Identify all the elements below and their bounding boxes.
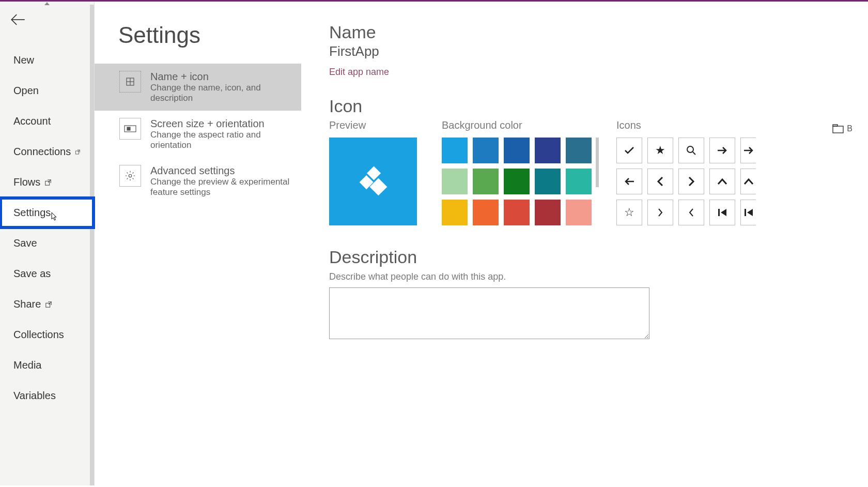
icon-option-star-outline[interactable]: ☆	[616, 200, 642, 225]
settings-item-name-icon[interactable]: Name + iconChange the name, icon, and de…	[95, 64, 301, 111]
color-swatch-12[interactable]	[504, 200, 530, 225]
bgcolor-label: Background color	[442, 119, 592, 131]
settings-item-title: Advanced settings	[150, 165, 290, 177]
color-swatch-0[interactable]	[442, 138, 468, 163]
nav-item-open[interactable]: Open	[0, 75, 94, 106]
mouse-cursor	[51, 212, 58, 221]
nav-item-settings[interactable]: Settings	[0, 197, 94, 228]
sidebar-scroll-up[interactable]	[0, 2, 94, 6]
color-swatch-10[interactable]	[442, 200, 468, 225]
icons-block: Icons B ★☆	[616, 119, 868, 225]
icon-option-skip-back[interactable]	[709, 200, 735, 225]
back-button[interactable]	[0, 6, 94, 31]
svg-rect-11	[127, 127, 130, 130]
nav-item-new[interactable]: New	[0, 45, 94, 75]
color-scrollbar[interactable]	[596, 138, 599, 187]
settings-item-screen-size-orientation[interactable]: Screen size + orientationChange the aspe…	[95, 111, 301, 158]
external-link-icon	[45, 301, 52, 308]
edit-app-name-link[interactable]: Edit app name	[329, 67, 389, 78]
settings-item-title: Name + icon	[150, 71, 290, 83]
nav-item-label: Open	[13, 85, 39, 97]
folder-icon	[832, 124, 844, 133]
icon-option-angle-left[interactable]	[678, 200, 704, 225]
preview-block: Preview	[329, 119, 417, 225]
nav-item-connections[interactable]: Connections	[0, 136, 94, 167]
icon-heading: Icon	[329, 96, 868, 116]
icon-option-chevron-up[interactable]	[709, 169, 735, 194]
app-name-value: FirstApp	[329, 43, 868, 59]
nav-item-collections[interactable]: Collections	[0, 319, 94, 350]
svg-marker-24	[721, 209, 726, 216]
svg-marker-26	[747, 209, 753, 216]
color-swatch-2[interactable]	[504, 138, 530, 163]
settings-title: Settings	[118, 22, 301, 48]
icon-option-arrow-right[interactable]	[709, 138, 735, 163]
svg-rect-17	[833, 125, 838, 126]
icon-option-chevron-up-cut[interactable]	[740, 169, 756, 194]
description-hint: Describe what people can do with this ap…	[329, 271, 868, 282]
nav-item-label: Collections	[13, 329, 64, 341]
nav-item-label: Save	[13, 237, 37, 249]
nav-item-account[interactable]: Account	[0, 106, 94, 136]
nav-item-flows[interactable]: Flows	[0, 167, 94, 197]
nav-item-save[interactable]: Save	[0, 228, 94, 258]
nav-item-label: Account	[13, 115, 51, 127]
preview-label: Preview	[329, 119, 417, 131]
settings-item-advanced-settings[interactable]: Advanced settingsChange the preview & ex…	[95, 158, 301, 205]
bgcolor-block: Background color	[442, 119, 592, 225]
color-swatch-1[interactable]	[473, 138, 499, 163]
settings-item-title: Screen size + orientation	[150, 118, 290, 130]
nav-item-label: Media	[13, 359, 41, 371]
icon-option-chevron-right[interactable]	[678, 169, 704, 194]
nav-item-label: Save as	[13, 268, 51, 280]
settings-item-desc: Change the aspect ratio and orientation	[150, 130, 290, 150]
nav-item-label: New	[13, 54, 34, 66]
color-swatch-9[interactable]	[566, 169, 592, 194]
icon-option-star-filled[interactable]: ★	[647, 138, 673, 163]
external-link-icon	[75, 148, 81, 156]
settings-item-icon	[119, 71, 141, 93]
color-swatch-8[interactable]	[535, 169, 561, 194]
app-icon-glyph	[352, 161, 394, 202]
settings-item-icon	[119, 118, 141, 140]
color-swatch-4[interactable]	[566, 138, 592, 163]
svg-rect-25	[745, 209, 746, 216]
nav-item-save-as[interactable]: Save as	[0, 258, 94, 289]
icon-option-check[interactable]	[616, 138, 642, 163]
svg-rect-15	[369, 178, 387, 195]
name-heading: Name	[329, 22, 868, 42]
settings-item-icon	[119, 165, 141, 187]
file-menu-sidebar: NewOpenAccountConnectionsFlowsSettingsSa…	[0, 2, 95, 485]
color-swatch-5[interactable]	[442, 169, 468, 194]
nav-item-label: Connections	[13, 146, 71, 158]
svg-point-18	[687, 146, 693, 153]
settings-detail-panel: Name FirstApp Edit app name Icon Preview	[301, 2, 868, 485]
browse-icon-button[interactable]: B	[832, 124, 853, 133]
description-textarea[interactable]	[329, 287, 649, 339]
svg-point-12	[129, 174, 132, 177]
color-swatch-13[interactable]	[535, 200, 561, 225]
svg-rect-16	[833, 126, 843, 133]
icon-preview-tile	[329, 138, 417, 225]
settings-item-desc: Change the name, icon, and description	[150, 83, 290, 103]
color-swatch-14[interactable]	[566, 200, 592, 225]
color-swatch-6[interactable]	[473, 169, 499, 194]
nav-item-media[interactable]: Media	[0, 350, 94, 381]
svg-line-19	[693, 152, 695, 155]
description-heading: Description	[329, 247, 868, 267]
color-swatch-3[interactable]	[535, 138, 561, 163]
external-link-icon	[44, 179, 52, 186]
icon-option-arrow-left[interactable]	[616, 169, 642, 194]
nav-item-label: Flows	[13, 176, 40, 188]
icon-option-arrow-right-cut[interactable]	[740, 138, 756, 163]
icon-option-angle-right[interactable]	[647, 200, 673, 225]
icon-option-skip-back-cut[interactable]	[740, 200, 756, 225]
nav-item-share[interactable]: Share	[0, 289, 94, 319]
color-swatch-7[interactable]	[504, 169, 530, 194]
color-swatch-11[interactable]	[473, 200, 499, 225]
nav-item-label: Settings	[13, 207, 51, 219]
settings-item-desc: Change the preview & experimental featur…	[150, 177, 290, 197]
icon-option-chevron-left[interactable]	[647, 169, 673, 194]
nav-item-variables[interactable]: Variables	[0, 381, 94, 411]
icon-option-search[interactable]	[678, 138, 704, 163]
